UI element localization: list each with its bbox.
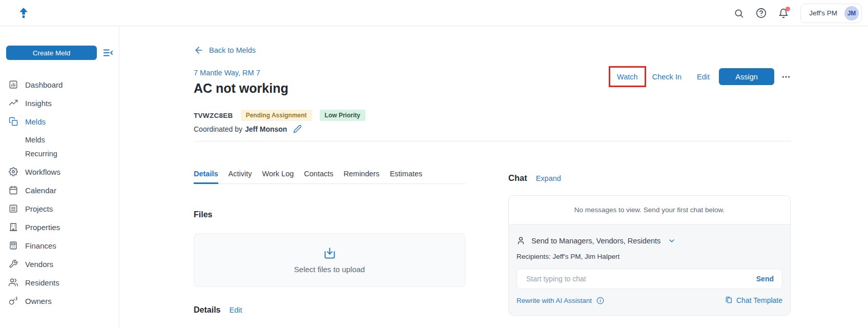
edit-coordinator-pencil-icon[interactable] bbox=[293, 125, 302, 133]
chevron-down-icon bbox=[668, 237, 676, 245]
tab-reminders[interactable]: Reminders bbox=[344, 170, 380, 178]
collapse-sidebar-icon[interactable] bbox=[102, 47, 114, 58]
create-meld-button[interactable]: Create Meld bbox=[6, 46, 97, 60]
chat-input[interactable] bbox=[525, 274, 751, 283]
sidebar-item-melds[interactable]: Melds bbox=[0, 112, 119, 131]
details-heading: Details bbox=[194, 305, 220, 315]
projects-icon bbox=[9, 204, 18, 213]
rewrite-ai-label: Rewrite with AI Assistant bbox=[516, 297, 592, 304]
sidebar-item-label: Melds bbox=[25, 136, 45, 144]
app-logo-icon[interactable] bbox=[17, 7, 30, 19]
sidebar-item-label: Insights bbox=[25, 99, 52, 108]
edit-button[interactable]: Edit bbox=[697, 73, 710, 81]
sidebar-item-vendors[interactable]: Vendors bbox=[0, 255, 119, 273]
sidebar: Create Meld Dashboard Insights bbox=[0, 26, 119, 328]
sidebar-nav: Dashboard Insights Melds Melds Recurring bbox=[0, 75, 119, 310]
topbar-actions: Jeff's PM JM bbox=[734, 0, 862, 26]
sidebar-item-residents[interactable]: Residents bbox=[0, 273, 119, 292]
sidebar-item-label: Vendors bbox=[25, 260, 53, 269]
coordinator-name: Jeff Monson bbox=[245, 125, 287, 133]
tab-estimates[interactable]: Estimates bbox=[390, 170, 423, 178]
workflows-icon bbox=[9, 167, 18, 176]
account-chip[interactable]: Jeff's PM JM bbox=[800, 4, 862, 23]
person-icon bbox=[516, 236, 525, 245]
create-meld-row: Create Meld bbox=[0, 26, 119, 60]
properties-icon bbox=[9, 222, 18, 232]
residents-icon bbox=[9, 278, 18, 287]
sidebar-item-finances[interactable]: Finances bbox=[0, 236, 119, 255]
watch-button[interactable]: Watch bbox=[617, 73, 638, 81]
sidebar-item-label: Dashboard bbox=[25, 80, 63, 89]
avatar: JM bbox=[844, 6, 859, 20]
sidebar-item-label: Melds bbox=[25, 117, 46, 126]
chat-input-row: Send bbox=[516, 269, 782, 289]
chat-expand-link[interactable]: Expand bbox=[536, 174, 561, 182]
tab-work-log[interactable]: Work Log bbox=[262, 170, 294, 178]
notification-dot bbox=[786, 7, 790, 11]
upload-icon bbox=[323, 247, 337, 260]
sidebar-item-label: Projects bbox=[25, 204, 53, 213]
meld-actions-row: Watch Check In Edit Assign bbox=[609, 66, 791, 87]
meld-meta-row: TVWZC8EB Pending Assignment Low Priority bbox=[194, 110, 365, 121]
meld-id: TVWZC8EB bbox=[194, 112, 233, 119]
recipients-text: Recipients: Jeff's PM, Jim Halpert bbox=[516, 253, 782, 260]
dashboard-icon bbox=[9, 80, 18, 89]
sidebar-item-label: Properties bbox=[25, 223, 60, 232]
copy-icon bbox=[725, 296, 733, 304]
sidebar-item-label: Calendar bbox=[25, 186, 56, 195]
sidebar-item-workflows[interactable]: Workflows bbox=[0, 162, 119, 181]
search-icon[interactable] bbox=[734, 8, 744, 18]
property-meld-app: Jeff's PM JM Create Meld Dashboard bbox=[0, 0, 868, 328]
tab-activity[interactable]: Activity bbox=[229, 170, 252, 178]
assign-button[interactable]: Assign bbox=[719, 68, 774, 85]
sidebar-item-properties[interactable]: Properties bbox=[0, 218, 119, 236]
chat-template-link[interactable]: Chat Template bbox=[725, 296, 782, 304]
help-icon[interactable] bbox=[756, 8, 767, 18]
sidebar-item-label: Owners bbox=[25, 297, 52, 305]
vendors-icon bbox=[9, 259, 18, 269]
chat-card: No messages to view. Send your first cha… bbox=[508, 195, 791, 316]
meld-tabs: Details Activity Work Log Contacts Remin… bbox=[194, 170, 465, 184]
file-upload-dropzone[interactable]: Select files to upload bbox=[194, 233, 465, 287]
coordinated-by-label: Coordinated by bbox=[194, 125, 242, 133]
header-divider bbox=[194, 141, 791, 141]
sidebar-item-label: Residents bbox=[25, 278, 59, 287]
chat-section-header: Chat Expand bbox=[508, 173, 561, 183]
top-bar: Jeff's PM JM bbox=[0, 0, 868, 26]
sidebar-item-label: Finances bbox=[25, 241, 56, 250]
tab-details[interactable]: Details bbox=[194, 170, 218, 178]
tab-contacts[interactable]: Contacts bbox=[304, 170, 333, 178]
property-link[interactable]: 7 Mantle Way, RM 7 bbox=[194, 69, 260, 77]
calendar-icon bbox=[9, 186, 18, 195]
sidebar-item-owners[interactable]: Owners bbox=[0, 292, 119, 310]
finances-icon bbox=[9, 241, 18, 250]
sidebar-item-dashboard[interactable]: Dashboard bbox=[0, 75, 119, 94]
send-to-selector[interactable]: Send to Managers, Vendors, Residents bbox=[516, 224, 782, 245]
upload-label: Select files to upload bbox=[294, 265, 365, 274]
sidebar-item-insights[interactable]: Insights bbox=[0, 94, 119, 112]
insights-icon bbox=[9, 98, 18, 108]
rewrite-ai-link[interactable]: Rewrite with AI Assistant bbox=[516, 297, 604, 304]
sidebar-item-projects[interactable]: Projects bbox=[0, 199, 119, 218]
priority-badge: Low Priority bbox=[320, 110, 365, 121]
details-edit-link[interactable]: Edit bbox=[229, 306, 242, 314]
more-options-ellipsis-icon[interactable] bbox=[781, 72, 791, 81]
melds-icon bbox=[9, 117, 18, 126]
chat-links-row: Rewrite with AI Assistant Chat Template bbox=[516, 296, 782, 304]
sidebar-item-recurring[interactable]: Recurring bbox=[0, 147, 119, 160]
back-to-melds-link[interactable]: Back to Melds bbox=[194, 45, 256, 55]
meld-title: AC not working bbox=[194, 81, 288, 96]
check-in-button[interactable]: Check In bbox=[652, 73, 681, 81]
status-badge: Pending Assignment bbox=[241, 110, 312, 121]
sidebar-item-label: Recurring bbox=[25, 150, 57, 158]
sidebar-item-melds-sub[interactable]: Melds bbox=[0, 133, 119, 147]
sidebar-item-calendar[interactable]: Calendar bbox=[0, 181, 119, 199]
arrow-left-icon bbox=[194, 45, 204, 55]
chat-template-label: Chat Template bbox=[736, 296, 782, 304]
owners-icon bbox=[9, 296, 18, 305]
send-button[interactable]: Send bbox=[756, 275, 774, 283]
chat-footer: Send to Managers, Vendors, Residents Rec… bbox=[509, 224, 790, 316]
chat-heading: Chat bbox=[508, 173, 527, 183]
files-heading: Files bbox=[194, 210, 212, 219]
notification-bell-icon[interactable] bbox=[778, 8, 789, 18]
